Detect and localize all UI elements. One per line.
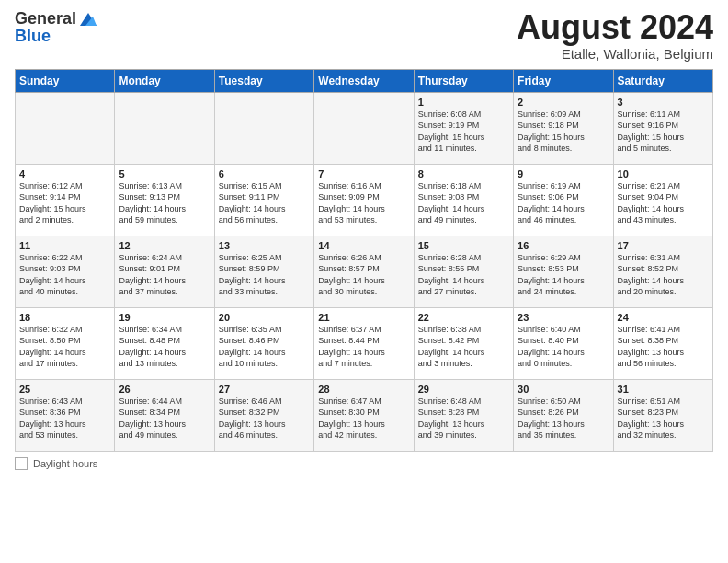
day-info: Sunrise: 6:08 AM Sunset: 9:19 PM Dayligh… <box>418 109 509 155</box>
calendar-cell: 28Sunrise: 6:47 AM Sunset: 8:30 PM Dayli… <box>314 379 414 451</box>
calendar-cell: 14Sunrise: 6:26 AM Sunset: 8:57 PM Dayli… <box>314 236 414 307</box>
day-info: Sunrise: 6:46 AM Sunset: 8:32 PM Dayligh… <box>219 396 310 442</box>
day-number: 20 <box>219 312 310 323</box>
calendar-cell: 5Sunrise: 6:13 AM Sunset: 9:13 PM Daylig… <box>115 164 214 236</box>
day-number: 17 <box>618 240 709 251</box>
day-number: 25 <box>19 384 110 395</box>
day-number: 28 <box>318 384 409 395</box>
calendar-cell <box>115 92 214 164</box>
col-header-thursday: Thursday <box>414 69 513 92</box>
calendar-cell: 12Sunrise: 6:24 AM Sunset: 9:01 PM Dayli… <box>115 236 214 307</box>
day-info: Sunrise: 6:31 AM Sunset: 8:52 PM Dayligh… <box>618 252 709 298</box>
calendar-cell: 1Sunrise: 6:08 AM Sunset: 9:19 PM Daylig… <box>414 92 513 164</box>
calendar-header-row: SundayMondayTuesdayWednesdayThursdayFrid… <box>16 69 713 92</box>
day-number: 6 <box>219 168 310 179</box>
calendar-cell: 18Sunrise: 6:32 AM Sunset: 8:50 PM Dayli… <box>16 307 115 379</box>
day-info: Sunrise: 6:43 AM Sunset: 8:36 PM Dayligh… <box>19 396 110 442</box>
day-info: Sunrise: 6:32 AM Sunset: 8:50 PM Dayligh… <box>19 324 110 370</box>
calendar-cell: 13Sunrise: 6:25 AM Sunset: 8:59 PM Dayli… <box>214 236 313 307</box>
day-info: Sunrise: 6:50 AM Sunset: 8:26 PM Dayligh… <box>518 396 609 442</box>
day-number: 10 <box>618 168 709 179</box>
day-info: Sunrise: 6:29 AM Sunset: 8:53 PM Dayligh… <box>518 252 609 298</box>
calendar-cell <box>16 92 115 164</box>
logo: General Blue <box>15 9 98 46</box>
day-number: 7 <box>318 168 409 179</box>
day-number: 31 <box>618 384 709 395</box>
calendar-cell: 25Sunrise: 6:43 AM Sunset: 8:36 PM Dayli… <box>16 379 115 451</box>
day-info: Sunrise: 6:21 AM Sunset: 9:04 PM Dayligh… <box>618 180 709 226</box>
calendar-cell: 24Sunrise: 6:41 AM Sunset: 8:38 PM Dayli… <box>613 307 712 379</box>
calendar-cell: 3Sunrise: 6:11 AM Sunset: 9:16 PM Daylig… <box>613 92 712 164</box>
day-info: Sunrise: 6:35 AM Sunset: 8:46 PM Dayligh… <box>219 324 310 370</box>
calendar-cell: 21Sunrise: 6:37 AM Sunset: 8:44 PM Dayli… <box>314 307 414 379</box>
main-title: August 2024 <box>517 9 713 46</box>
day-number: 9 <box>518 168 609 179</box>
day-info: Sunrise: 6:37 AM Sunset: 8:44 PM Dayligh… <box>318 324 409 370</box>
calendar-week-1: 1Sunrise: 6:08 AM Sunset: 9:19 PM Daylig… <box>16 92 713 164</box>
calendar-cell: 22Sunrise: 6:38 AM Sunset: 8:42 PM Dayli… <box>414 307 513 379</box>
day-info: Sunrise: 6:40 AM Sunset: 8:40 PM Dayligh… <box>518 324 609 370</box>
calendar-week-3: 11Sunrise: 6:22 AM Sunset: 9:03 PM Dayli… <box>16 236 713 307</box>
calendar-body: 1Sunrise: 6:08 AM Sunset: 9:19 PM Daylig… <box>16 92 713 451</box>
day-number: 23 <box>518 312 609 323</box>
day-info: Sunrise: 6:18 AM Sunset: 9:08 PM Dayligh… <box>418 180 509 226</box>
day-info: Sunrise: 6:28 AM Sunset: 8:55 PM Dayligh… <box>418 252 509 298</box>
day-number: 19 <box>119 312 210 323</box>
calendar-cell: 31Sunrise: 6:51 AM Sunset: 8:23 PM Dayli… <box>613 379 712 451</box>
footer: Daylight hours <box>15 457 713 470</box>
day-number: 2 <box>518 97 609 108</box>
day-info: Sunrise: 6:44 AM Sunset: 8:34 PM Dayligh… <box>119 396 210 442</box>
col-header-saturday: Saturday <box>613 69 712 92</box>
day-number: 29 <box>418 384 509 395</box>
day-number: 14 <box>318 240 409 251</box>
col-header-sunday: Sunday <box>16 69 115 92</box>
title-block: August 2024 Etalle, Wallonia, Belgium <box>517 9 713 62</box>
calendar-cell: 2Sunrise: 6:09 AM Sunset: 9:18 PM Daylig… <box>514 92 613 164</box>
calendar-cell: 19Sunrise: 6:34 AM Sunset: 8:48 PM Dayli… <box>115 307 214 379</box>
calendar-week-2: 4Sunrise: 6:12 AM Sunset: 9:14 PM Daylig… <box>16 164 713 236</box>
calendar-cell: 10Sunrise: 6:21 AM Sunset: 9:04 PM Dayli… <box>613 164 712 236</box>
calendar-cell: 27Sunrise: 6:46 AM Sunset: 8:32 PM Dayli… <box>214 379 313 451</box>
col-header-tuesday: Tuesday <box>214 69 313 92</box>
day-number: 26 <box>119 384 210 395</box>
day-number: 5 <box>119 168 210 179</box>
day-info: Sunrise: 6:41 AM Sunset: 8:38 PM Dayligh… <box>618 324 709 370</box>
day-number: 8 <box>418 168 509 179</box>
day-number: 13 <box>219 240 310 251</box>
logo-blue: Blue <box>15 28 98 46</box>
day-info: Sunrise: 6:13 AM Sunset: 9:13 PM Dayligh… <box>119 180 210 226</box>
day-info: Sunrise: 6:12 AM Sunset: 9:14 PM Dayligh… <box>19 180 110 226</box>
day-number: 24 <box>618 312 709 323</box>
day-info: Sunrise: 6:25 AM Sunset: 8:59 PM Dayligh… <box>219 252 310 298</box>
calendar-cell: 7Sunrise: 6:16 AM Sunset: 9:09 PM Daylig… <box>314 164 414 236</box>
calendar-cell: 8Sunrise: 6:18 AM Sunset: 9:08 PM Daylig… <box>414 164 513 236</box>
logo-general: General <box>15 10 76 29</box>
day-info: Sunrise: 6:19 AM Sunset: 9:06 PM Dayligh… <box>518 180 609 226</box>
calendar-cell: 29Sunrise: 6:48 AM Sunset: 8:28 PM Dayli… <box>414 379 513 451</box>
subtitle: Etalle, Wallonia, Belgium <box>517 46 713 62</box>
calendar-cell <box>314 92 414 164</box>
footer-box <box>15 457 28 470</box>
day-info: Sunrise: 6:16 AM Sunset: 9:09 PM Dayligh… <box>318 180 409 226</box>
day-number: 22 <box>418 312 509 323</box>
col-header-wednesday: Wednesday <box>314 69 414 92</box>
day-number: 15 <box>418 240 509 251</box>
day-number: 16 <box>518 240 609 251</box>
footer-label: Daylight hours <box>33 458 97 469</box>
calendar-week-4: 18Sunrise: 6:32 AM Sunset: 8:50 PM Dayli… <box>16 307 713 379</box>
calendar-cell: 4Sunrise: 6:12 AM Sunset: 9:14 PM Daylig… <box>16 164 115 236</box>
page: General Blue August 2024 Etalle, Walloni… <box>0 0 728 563</box>
calendar-cell: 6Sunrise: 6:15 AM Sunset: 9:11 PM Daylig… <box>214 164 313 236</box>
day-number: 27 <box>219 384 310 395</box>
calendar-cell: 11Sunrise: 6:22 AM Sunset: 9:03 PM Dayli… <box>16 236 115 307</box>
calendar-cell: 30Sunrise: 6:50 AM Sunset: 8:26 PM Dayli… <box>514 379 613 451</box>
col-header-friday: Friday <box>514 69 613 92</box>
day-info: Sunrise: 6:38 AM Sunset: 8:42 PM Dayligh… <box>418 324 509 370</box>
calendar-cell: 16Sunrise: 6:29 AM Sunset: 8:53 PM Dayli… <box>514 236 613 307</box>
day-info: Sunrise: 6:09 AM Sunset: 9:18 PM Dayligh… <box>518 109 609 155</box>
day-info: Sunrise: 6:34 AM Sunset: 8:48 PM Dayligh… <box>119 324 210 370</box>
day-number: 30 <box>518 384 609 395</box>
day-number: 21 <box>318 312 409 323</box>
logo-icon <box>78 9 98 29</box>
day-info: Sunrise: 6:48 AM Sunset: 8:28 PM Dayligh… <box>418 396 509 442</box>
